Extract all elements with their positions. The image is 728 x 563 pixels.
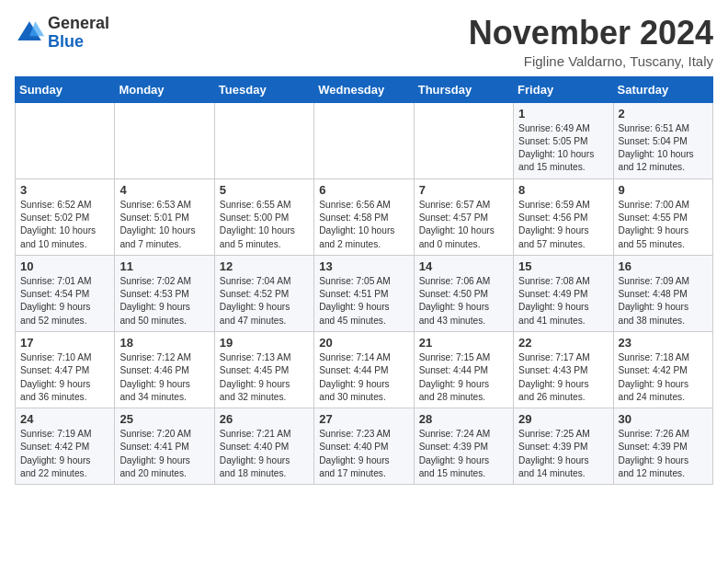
day-info: Sunrise: 6:51 AM Sunset: 5:04 PM Dayligh… — [619, 122, 708, 175]
day-cell: 12Sunrise: 7:04 AM Sunset: 4:52 PM Dayli… — [214, 255, 313, 331]
day-number: 22 — [518, 336, 608, 350]
header-friday: Friday — [514, 76, 613, 102]
day-number: 9 — [619, 183, 708, 197]
header-row: SundayMondayTuesdayWednesdayThursdayFrid… — [16, 76, 713, 102]
day-info: Sunrise: 7:15 AM Sunset: 4:44 PM Dayligh… — [419, 351, 508, 404]
week-row-3: 17Sunrise: 7:10 AM Sunset: 4:47 PM Dayli… — [16, 331, 713, 408]
day-info: Sunrise: 7:10 AM Sunset: 4:47 PM Dayligh… — [20, 351, 109, 404]
calendar-header: SundayMondayTuesdayWednesdayThursdayFrid… — [16, 76, 713, 102]
day-info: Sunrise: 7:09 AM Sunset: 4:48 PM Dayligh… — [619, 275, 708, 327]
header-monday: Monday — [115, 76, 214, 102]
day-number: 25 — [119, 412, 209, 426]
day-cell: 27Sunrise: 7:23 AM Sunset: 4:40 PM Dayli… — [314, 408, 414, 485]
day-number: 28 — [419, 412, 508, 426]
day-info: Sunrise: 7:20 AM Sunset: 4:41 PM Dayligh… — [119, 428, 209, 480]
header-saturday: Saturday — [613, 76, 712, 102]
day-number: 26 — [220, 412, 309, 426]
calendar-table: SundayMondayTuesdayWednesdayThursdayFrid… — [15, 76, 713, 486]
day-number: 19 — [220, 336, 309, 350]
day-cell: 14Sunrise: 7:06 AM Sunset: 4:50 PM Dayli… — [414, 255, 513, 331]
day-cell: 3Sunrise: 6:52 AM Sunset: 5:02 PM Daylig… — [16, 178, 115, 255]
day-cell: 6Sunrise: 6:56 AM Sunset: 4:58 PM Daylig… — [314, 178, 414, 255]
day-info: Sunrise: 7:06 AM Sunset: 4:50 PM Dayligh… — [419, 275, 508, 327]
day-info: Sunrise: 7:18 AM Sunset: 4:42 PM Dayligh… — [619, 351, 708, 404]
day-info: Sunrise: 7:24 AM Sunset: 4:39 PM Dayligh… — [419, 428, 508, 480]
day-cell: 11Sunrise: 7:02 AM Sunset: 4:53 PM Dayli… — [115, 255, 214, 331]
header-thursday: Thursday — [414, 76, 513, 102]
title-block: November 2024 Figline Valdarno, Tuscany,… — [469, 15, 713, 69]
day-number: 5 — [220, 183, 309, 197]
day-info: Sunrise: 6:49 AM Sunset: 5:05 PM Dayligh… — [518, 122, 608, 175]
day-cell: 17Sunrise: 7:10 AM Sunset: 4:47 PM Dayli… — [16, 331, 115, 408]
day-cell: 8Sunrise: 6:59 AM Sunset: 4:56 PM Daylig… — [514, 178, 613, 255]
day-info: Sunrise: 6:53 AM Sunset: 5:01 PM Dayligh… — [119, 199, 209, 251]
day-cell: 5Sunrise: 6:55 AM Sunset: 5:00 PM Daylig… — [214, 178, 313, 255]
day-cell: 4Sunrise: 6:53 AM Sunset: 5:01 PM Daylig… — [115, 178, 214, 255]
location-subtitle: Figline Valdarno, Tuscany, Italy — [469, 53, 713, 69]
week-row-0: 1Sunrise: 6:49 AM Sunset: 5:05 PM Daylig… — [16, 102, 713, 178]
day-cell: 16Sunrise: 7:09 AM Sunset: 4:48 PM Dayli… — [613, 255, 712, 331]
day-number: 24 — [20, 412, 109, 426]
day-cell: 20Sunrise: 7:14 AM Sunset: 4:44 PM Dayli… — [314, 331, 414, 408]
week-row-1: 3Sunrise: 6:52 AM Sunset: 5:02 PM Daylig… — [16, 178, 713, 255]
day-number: 3 — [20, 183, 109, 197]
month-title: November 2024 — [469, 15, 713, 52]
day-info: Sunrise: 6:52 AM Sunset: 5:02 PM Dayligh… — [20, 199, 109, 251]
day-cell: 23Sunrise: 7:18 AM Sunset: 4:42 PM Dayli… — [613, 331, 712, 408]
logo: General Blue — [15, 15, 109, 52]
day-cell: 29Sunrise: 7:25 AM Sunset: 4:39 PM Dayli… — [514, 408, 613, 485]
day-info: Sunrise: 7:02 AM Sunset: 4:53 PM Dayligh… — [119, 275, 209, 327]
day-info: Sunrise: 6:57 AM Sunset: 4:57 PM Dayligh… — [419, 199, 508, 251]
day-number: 1 — [518, 107, 608, 121]
day-cell: 21Sunrise: 7:15 AM Sunset: 4:44 PM Dayli… — [414, 331, 513, 408]
day-info: Sunrise: 7:05 AM Sunset: 4:51 PM Dayligh… — [319, 275, 408, 327]
day-info: Sunrise: 6:59 AM Sunset: 4:56 PM Dayligh… — [518, 199, 608, 251]
day-info: Sunrise: 7:08 AM Sunset: 4:49 PM Dayligh… — [518, 275, 608, 327]
day-number: 29 — [518, 412, 608, 426]
day-info: Sunrise: 6:56 AM Sunset: 4:58 PM Dayligh… — [319, 199, 408, 251]
day-cell — [214, 102, 313, 178]
day-number: 15 — [518, 259, 608, 273]
day-cell: 15Sunrise: 7:08 AM Sunset: 4:49 PM Dayli… — [514, 255, 613, 331]
day-number: 6 — [319, 183, 408, 197]
logo-blue-text: Blue — [48, 32, 84, 51]
page-header: General Blue November 2024 Figline Valda… — [15, 15, 713, 69]
day-cell: 2Sunrise: 6:51 AM Sunset: 5:04 PM Daylig… — [613, 102, 712, 178]
day-cell — [16, 102, 115, 178]
day-cell: 30Sunrise: 7:26 AM Sunset: 4:39 PM Dayli… — [613, 408, 712, 485]
day-cell: 28Sunrise: 7:24 AM Sunset: 4:39 PM Dayli… — [414, 408, 513, 485]
day-number: 16 — [619, 259, 708, 273]
header-sunday: Sunday — [16, 76, 115, 102]
day-number: 8 — [518, 183, 608, 197]
day-cell: 18Sunrise: 7:12 AM Sunset: 4:46 PM Dayli… — [115, 331, 214, 408]
day-number: 10 — [20, 259, 109, 273]
day-info: Sunrise: 7:13 AM Sunset: 4:45 PM Dayligh… — [220, 351, 309, 404]
day-cell — [115, 102, 214, 178]
day-info: Sunrise: 7:14 AM Sunset: 4:44 PM Dayligh… — [319, 351, 408, 404]
day-cell: 26Sunrise: 7:21 AM Sunset: 4:40 PM Dayli… — [214, 408, 313, 485]
day-cell — [414, 102, 513, 178]
day-info: Sunrise: 7:00 AM Sunset: 4:55 PM Dayligh… — [619, 199, 708, 251]
day-number: 20 — [319, 336, 408, 350]
day-number: 23 — [619, 336, 708, 350]
day-cell: 22Sunrise: 7:17 AM Sunset: 4:43 PM Dayli… — [514, 331, 613, 408]
day-cell: 9Sunrise: 7:00 AM Sunset: 4:55 PM Daylig… — [613, 178, 712, 255]
day-number: 18 — [119, 336, 209, 350]
header-tuesday: Tuesday — [214, 76, 313, 102]
day-info: Sunrise: 7:19 AM Sunset: 4:42 PM Dayligh… — [20, 428, 109, 480]
day-number: 7 — [419, 183, 508, 197]
day-info: Sunrise: 7:17 AM Sunset: 4:43 PM Dayligh… — [518, 351, 608, 404]
day-number: 21 — [419, 336, 508, 350]
day-number: 12 — [220, 259, 309, 273]
day-info: Sunrise: 6:55 AM Sunset: 5:00 PM Dayligh… — [220, 199, 309, 251]
day-number: 13 — [319, 259, 408, 273]
day-info: Sunrise: 7:01 AM Sunset: 4:54 PM Dayligh… — [20, 275, 109, 327]
day-number: 2 — [619, 107, 708, 121]
day-cell: 19Sunrise: 7:13 AM Sunset: 4:45 PM Dayli… — [214, 331, 313, 408]
day-cell — [314, 102, 414, 178]
week-row-2: 10Sunrise: 7:01 AM Sunset: 4:54 PM Dayli… — [16, 255, 713, 331]
day-number: 30 — [619, 412, 708, 426]
day-info: Sunrise: 7:04 AM Sunset: 4:52 PM Dayligh… — [220, 275, 309, 327]
day-cell: 25Sunrise: 7:20 AM Sunset: 4:41 PM Dayli… — [115, 408, 214, 485]
day-cell: 7Sunrise: 6:57 AM Sunset: 4:57 PM Daylig… — [414, 178, 513, 255]
